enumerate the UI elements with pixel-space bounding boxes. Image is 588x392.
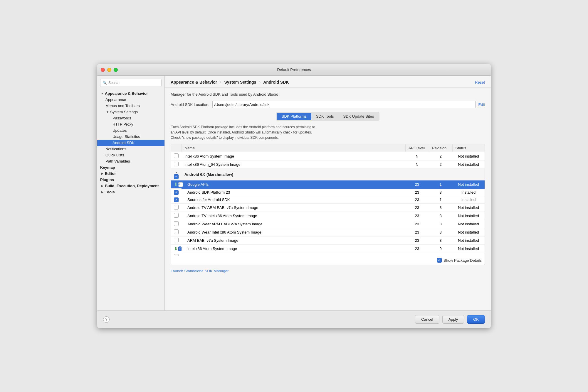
row-name: Android SDK Platform 23 — [182, 189, 405, 196]
sidebar-item-http-proxy[interactable]: HTTP Proxy — [97, 121, 164, 127]
tabs-container: SDK Platforms SDK Tools SDK Update Sites — [276, 112, 380, 121]
sidebar-item-path-variables[interactable]: Path Variables — [97, 158, 164, 164]
sdk-table: Name API Level Revision Status — [171, 144, 485, 256]
row-api: N — [405, 160, 429, 169]
row-status: Not installed — [452, 180, 485, 189]
row-status: Installed — [452, 189, 485, 196]
preferences-window: Default Preferences 🔍 ▼ Appearance & Beh… — [97, 64, 491, 328]
row-checkbox[interactable] — [174, 213, 179, 218]
sidebar-item-quick-lists[interactable]: Quick Lists — [97, 152, 164, 158]
row-name: Android TV Intel x86 Atom System Image — [182, 212, 405, 220]
table-row: Android Wear ARM EABI v7a System Image 2… — [171, 220, 485, 228]
sidebar-item-label: Android SDK — [112, 141, 135, 145]
show-package-label: Show Package Details — [443, 258, 482, 263]
table-row: Android TV ARM EABI v7a System Image 23 … — [171, 204, 485, 212]
row-checkbox[interactable] — [174, 221, 179, 226]
row-rev: 3 — [429, 204, 452, 212]
row-checkbox[interactable] — [174, 229, 179, 234]
tab-sdk-update-sites[interactable]: SDK Update Sites — [338, 113, 379, 120]
row-checkbox[interactable] — [174, 205, 179, 209]
sidebar-item-updates[interactable]: Updates — [97, 127, 164, 134]
search-input[interactable] — [108, 81, 159, 85]
row-rev: 3 — [429, 220, 452, 228]
row-status: Installed — [452, 196, 485, 204]
sidebar-item-notifications[interactable]: Notifications — [97, 146, 164, 152]
show-package-checkbox[interactable] — [437, 258, 442, 263]
expand-arrow: ▼ — [100, 92, 104, 96]
sidebar-item-label: Path Variables — [105, 159, 130, 163]
sidebar-item-usage-statistics[interactable]: Usage Statistics — [97, 134, 164, 140]
sidebar-item-label: HTTP Proxy — [112, 122, 133, 126]
row-checkbox[interactable] — [178, 246, 182, 251]
bottom-buttons: Cancel Apply OK — [415, 315, 485, 324]
row-checkbox[interactable] — [174, 190, 179, 195]
row-checkbox[interactable] — [174, 162, 179, 166]
table-row: Android Wear Intel x86 Atom System Image… — [171, 228, 485, 236]
sidebar-item-label: Notifications — [105, 147, 126, 151]
row-api: 23 — [405, 212, 429, 220]
row-status: Not installed — [452, 245, 485, 253]
sidebar-item-passwords[interactable]: Passwords — [97, 115, 164, 121]
help-button[interactable]: ? — [103, 316, 110, 323]
sdk-description: Manager for the Android SDK and Tools us… — [171, 92, 485, 97]
col-header-revision: Revision — [429, 144, 452, 152]
sidebar-item-tools[interactable]: ▶ Tools — [97, 189, 164, 195]
close-button[interactable] — [101, 68, 105, 72]
row-name: Intel x86 Atom_64 System Image — [182, 253, 405, 256]
row-api: N — [405, 152, 429, 160]
show-package-details-row: Show Package Details — [171, 256, 485, 265]
group-checkbox[interactable] — [174, 174, 179, 179]
col-header-checkbox — [171, 144, 182, 152]
group-name: Android 6.0 (Marshmallow) — [182, 169, 485, 180]
sdk-location-input[interactable] — [212, 101, 476, 108]
row-checkbox[interactable]: ✓ — [178, 182, 183, 187]
edit-link[interactable]: Edit — [478, 102, 485, 107]
sidebar-item-appearance-behavior[interactable]: ▼ Appearance & Behavior — [97, 90, 164, 97]
table-row-group: ▼ Android 6.0 (Marshmallow) — [171, 169, 485, 180]
row-checkbox[interactable] — [174, 153, 179, 158]
ok-button[interactable]: OK — [467, 315, 485, 324]
row-status: Not installed — [452, 204, 485, 212]
sidebar-item-label: System Settings — [110, 110, 138, 114]
apply-button[interactable]: Apply — [442, 315, 464, 324]
standalone-sdk-link[interactable]: Launch Standalone SDK Manager — [171, 269, 485, 273]
sdk-table-container: Name API Level Revision Status — [171, 144, 485, 265]
sidebar-tree: ▼ Appearance & Behavior Appearance Menus… — [97, 89, 164, 196]
expand-arrow: ▶ — [100, 172, 104, 176]
sidebar-item-plugins[interactable]: Plugins — [97, 177, 164, 183]
reset-link[interactable]: Reset — [475, 80, 485, 85]
maximize-button[interactable] — [114, 68, 118, 72]
row-checkbox[interactable] — [174, 238, 179, 242]
sidebar-item-keymap[interactable]: Keymap — [97, 164, 164, 170]
row-name: Android TV ARM EABI v7a System Image — [182, 204, 405, 212]
sidebar-item-appearance[interactable]: Appearance — [97, 97, 164, 103]
cancel-button[interactable]: Cancel — [415, 315, 439, 324]
row-status: Not installed — [452, 212, 485, 220]
row-rev: 3 — [429, 189, 452, 196]
sidebar-item-menus-toolbars[interactable]: Menus and Toolbars — [97, 103, 164, 109]
col-header-name: Name — [182, 144, 405, 152]
sidebar-item-label: Editor — [105, 171, 116, 176]
row-status: Not installed — [452, 253, 485, 256]
row-checkbox[interactable] — [174, 197, 179, 202]
minimize-button[interactable] — [107, 68, 111, 72]
row-status: Not installed — [452, 228, 485, 236]
row-status: Not installed — [452, 152, 485, 160]
tab-sdk-platforms[interactable]: SDK Platforms — [277, 113, 311, 120]
row-checkbox[interactable] — [174, 254, 179, 256]
table-row[interactable]: ⬇ ✓ Google APIs 23 1 Not installed — [171, 180, 485, 189]
row-api: 23 — [405, 236, 429, 245]
breadcrumb-part2: System Settings — [224, 80, 256, 85]
breadcrumb-part3: Android SDK — [263, 80, 289, 85]
tab-sdk-tools[interactable]: SDK Tools — [311, 113, 338, 120]
sidebar-item-system-settings[interactable]: ▼ System Settings — [97, 109, 164, 115]
col-header-api: API Level — [405, 144, 429, 152]
search-box[interactable]: 🔍 — [100, 79, 162, 87]
sidebar-item-android-sdk[interactable]: Android SDK — [97, 140, 164, 146]
sidebar-item-build-execution[interactable]: ▶ Build, Execution, Deployment — [97, 183, 164, 189]
expand-arrow: ▶ — [100, 190, 104, 194]
row-rev: 3 — [429, 236, 452, 245]
sidebar-item-editor[interactable]: ▶ Editor — [97, 170, 164, 177]
row-name: Intel x86 Atom_64 System Image — [182, 160, 405, 169]
row-api: 23 — [405, 245, 429, 253]
